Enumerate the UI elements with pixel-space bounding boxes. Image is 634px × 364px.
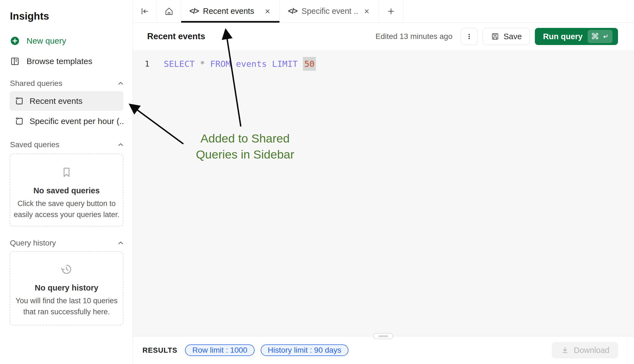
run-query-label: Run query: [543, 32, 583, 41]
return-key-icon: [601, 33, 609, 40]
save-button-label: Save: [503, 32, 522, 41]
save-icon: [491, 32, 500, 41]
results-label: RESULTS: [142, 346, 177, 355]
home-button[interactable]: [157, 0, 181, 22]
empty-state-description: Click the save query button to easily ac…: [14, 198, 120, 220]
code-tab-icon: </>: [189, 7, 199, 15]
chevron-up-icon[interactable]: [117, 80, 125, 87]
close-tab-icon[interactable]: [363, 8, 370, 15]
page-title: Insights: [10, 10, 49, 22]
browse-templates-button[interactable]: Browse templates: [10, 55, 92, 68]
empty-state-title: No query history: [35, 283, 98, 292]
download-icon: [561, 346, 569, 355]
sql-token: *: [200, 59, 210, 69]
command-key-icon: ⌘: [591, 32, 599, 41]
new-query-label: New query: [27, 36, 66, 46]
row-limit-pill[interactable]: Row limit : 1000: [185, 344, 254, 356]
sidebar-item-label: Recent events: [30, 96, 83, 106]
sidebar-item-recent-events[interactable]: Recent events: [10, 91, 123, 111]
drag-handle-bar: [378, 335, 388, 337]
empty-state-line: easily access your queries later.: [14, 209, 120, 220]
header-actions: Edited 13 minutes ago Save Run query ⌘: [376, 28, 618, 45]
history-icon: [60, 262, 73, 276]
run-query-button[interactable]: Run query ⌘: [535, 28, 618, 45]
collapse-left-icon: [140, 6, 150, 16]
results-bar: RESULTS Row limit : 1000 History limit :…: [133, 336, 634, 364]
sql-token: events: [236, 59, 272, 69]
code-line: 1 SELECT * FROM events LIMIT 50: [133, 57, 316, 71]
tab-label: Specific event ...: [302, 7, 359, 16]
code-tab-icon: </>: [288, 7, 297, 15]
chevron-up-icon[interactable]: [117, 141, 125, 149]
tab-label: Recent events: [203, 7, 254, 16]
plus-icon: [386, 7, 396, 16]
new-tab-button[interactable]: [379, 0, 403, 22]
saved-queries-section-header: Saved queries: [10, 139, 125, 150]
empty-state-line: that ran successfully here.: [15, 306, 118, 317]
edited-timestamp: Edited 13 minutes ago: [376, 32, 453, 41]
empty-state-title: No saved queries: [33, 186, 100, 195]
query-history-section-header: Query history: [10, 238, 125, 249]
query-history-empty-state: No query history You will find the last …: [10, 251, 123, 325]
keyboard-shortcut-badge: ⌘: [588, 30, 612, 43]
panel-resize-handle[interactable]: [373, 333, 393, 339]
shared-queries-label: Shared queries: [10, 79, 62, 88]
query-history-label: Query history: [10, 239, 56, 247]
bookmark-icon: [60, 166, 73, 179]
sql-token: FROM: [210, 59, 236, 69]
kebab-menu-icon: [465, 32, 473, 41]
query-title: Recent events: [147, 31, 205, 41]
collapse-sidebar-button[interactable]: [133, 0, 157, 22]
close-tab-icon[interactable]: [264, 8, 271, 15]
browse-templates-label: Browse templates: [27, 57, 92, 66]
empty-state-line: You will find the last 10 queries: [15, 295, 118, 306]
line-number: 1: [133, 59, 149, 68]
shared-queries-section-header: Shared queries: [10, 78, 125, 89]
tab-specific-event[interactable]: </> Specific event ...: [280, 0, 379, 22]
sql-editor[interactable]: 1 SELECT * FROM events LIMIT 50: [133, 51, 634, 336]
download-button[interactable]: Download: [552, 342, 618, 358]
empty-state-description: You will find the last 10 queries that r…: [15, 295, 118, 317]
save-button[interactable]: Save: [483, 28, 530, 45]
sql-token: LIMIT: [272, 59, 303, 69]
query-header: Recent events Edited 13 minutes ago Save…: [133, 23, 634, 51]
home-icon: [164, 6, 174, 17]
sidebar-item-specific-event[interactable]: Specific event per hour (...: [10, 111, 123, 131]
sidebar: Insights New query Browse templates Shar…: [0, 0, 133, 364]
sql-token: SELECT: [164, 59, 200, 69]
sql-code: SELECT * FROM events LIMIT 50: [164, 59, 316, 69]
plus-circle-icon: [10, 36, 20, 46]
insights-app: Insights New query Browse templates Shar…: [0, 0, 634, 364]
sidebar-item-label: Specific event per hour (...: [30, 117, 123, 126]
query-icon: [15, 96, 24, 106]
tab-bar: </> Recent events </> Specific event ...: [133, 0, 634, 23]
chevron-up-icon[interactable]: [117, 239, 125, 247]
sql-token-highlighted: 50: [303, 57, 316, 71]
tab-recent-events[interactable]: </> Recent events: [181, 0, 280, 22]
templates-icon: [10, 56, 20, 66]
history-limit-pill[interactable]: History limit : 90 days: [261, 344, 348, 356]
empty-state-line: Click the save query button to: [14, 198, 120, 209]
saved-queries-empty-state: No saved queries Click the save query bu…: [10, 154, 123, 226]
query-icon: [15, 117, 24, 126]
more-options-button[interactable]: [461, 28, 478, 45]
download-label: Download: [574, 346, 609, 355]
new-query-button[interactable]: New query: [10, 34, 66, 48]
saved-queries-label: Saved queries: [10, 140, 59, 149]
